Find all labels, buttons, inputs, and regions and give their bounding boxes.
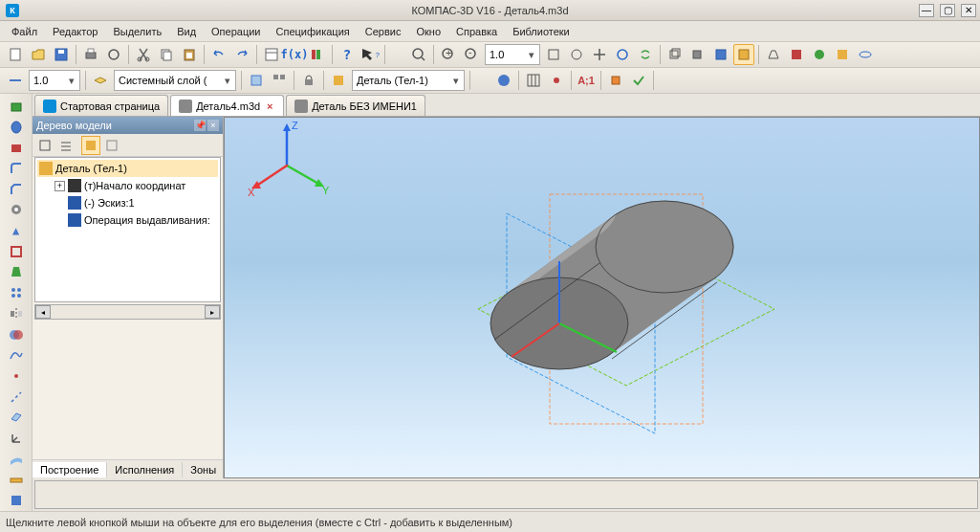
apply-button[interactable]: [628, 70, 649, 91]
fillet-button[interactable]: [5, 159, 28, 178]
boolean-button[interactable]: [5, 325, 28, 344]
minimize-button[interactable]: —: [919, 4, 934, 17]
save-button[interactable]: [51, 44, 72, 65]
shell-button[interactable]: [5, 242, 28, 261]
zoom-out-button[interactable]: -: [461, 44, 482, 65]
snap-button[interactable]: [546, 70, 567, 91]
point-button[interactable]: [5, 366, 28, 386]
tree-node-origin[interactable]: + (т)Начало координат: [37, 177, 218, 194]
tab-detail4[interactable]: Деталь4.m3d ×: [170, 95, 284, 116]
hole-button[interactable]: [5, 201, 28, 220]
cut-button[interactable]: [133, 44, 154, 65]
redo-button[interactable]: [231, 44, 252, 65]
menu-view[interactable]: Вид: [169, 24, 204, 39]
surface-button[interactable]: [5, 450, 28, 469]
render-hidden-button[interactable]: [687, 44, 708, 65]
plane-button[interactable]: [5, 409, 28, 428]
pan-button[interactable]: [589, 44, 610, 65]
menu-window[interactable]: Окно: [408, 24, 448, 39]
part-input[interactable]: [355, 72, 450, 89]
lcs-button[interactable]: [5, 429, 28, 448]
view-button[interactable]: [246, 70, 267, 91]
zoom-prev-button[interactable]: [566, 44, 587, 65]
pin-icon[interactable]: 📌: [194, 120, 206, 131]
menu-operations[interactable]: Операции: [204, 24, 268, 39]
render-shaded-edges-button[interactable]: [733, 44, 754, 65]
library-button[interactable]: [307, 44, 328, 65]
tree-close-icon[interactable]: ×: [207, 120, 219, 131]
sketch-button[interactable]: [605, 70, 626, 91]
axis-button[interactable]: [5, 388, 28, 407]
render-wireframe-button[interactable]: [664, 44, 686, 65]
tab-unnamed[interactable]: Деталь БЕЗ ИМЕНИ1: [286, 95, 425, 116]
menu-edit[interactable]: Редактор: [45, 24, 105, 39]
chevron-down-icon[interactable]: ▾: [222, 75, 233, 87]
layer-dropdown[interactable]: ▾: [114, 70, 236, 91]
tree-tab-zones[interactable]: Зоны: [183, 462, 225, 477]
copy-button[interactable]: [156, 44, 177, 65]
expand-icon[interactable]: +: [54, 181, 65, 191]
tree-root[interactable]: Деталь (Тел-1): [37, 160, 218, 177]
scroll-right-icon[interactable]: ▸: [205, 305, 220, 319]
cut-extrude-button[interactable]: [5, 138, 28, 157]
tree-node-extrude[interactable]: Операция выдавливания:: [37, 211, 218, 229]
menu-help[interactable]: Справка: [448, 24, 505, 39]
tree-tab-exec[interactable]: Исполнения: [107, 462, 183, 477]
draft-button[interactable]: [5, 263, 28, 282]
grid-snap-button[interactable]: [523, 70, 544, 91]
tab-close-icon[interactable]: ×: [264, 100, 275, 112]
chevron-down-icon[interactable]: ▾: [450, 75, 462, 87]
paste-button[interactable]: [179, 44, 200, 65]
perspective-button[interactable]: [763, 44, 784, 65]
linestyle-button[interactable]: [5, 70, 26, 91]
tree-tab-build[interactable]: Построение: [33, 462, 107, 477]
print-preview-button[interactable]: [103, 44, 124, 65]
print-button[interactable]: [80, 44, 101, 65]
maximize-button[interactable]: ▢: [940, 4, 955, 17]
undo-button[interactable]: [208, 44, 229, 65]
lock-button[interactable]: [298, 70, 319, 91]
layer-input[interactable]: [117, 72, 222, 89]
section-button[interactable]: [786, 44, 807, 65]
color-button[interactable]: [832, 44, 853, 65]
rotate-button[interactable]: [612, 44, 633, 65]
part-dropdown[interactable]: ▾: [352, 70, 465, 91]
line-scale-input[interactable]: [32, 72, 66, 89]
zoom-input[interactable]: [488, 46, 526, 63]
zoom-in-button[interactable]: +: [438, 44, 459, 65]
tree-mode-button[interactable]: [81, 136, 100, 155]
scroll-left-icon[interactable]: ◂: [35, 305, 51, 319]
new-button[interactable]: [5, 44, 26, 65]
chevron-down-icon[interactable]: ▾: [66, 75, 77, 87]
menu-select[interactable]: Выделить: [105, 24, 169, 39]
chevron-down-icon[interactable]: ▾: [526, 49, 537, 61]
zoom-window-button[interactable]: [543, 44, 564, 65]
orbit-button[interactable]: [855, 44, 876, 65]
menu-service[interactable]: Сервис: [358, 24, 409, 39]
part-icon[interactable]: [328, 70, 349, 91]
menu-file[interactable]: Файл: [4, 24, 45, 39]
material-button[interactable]: [493, 70, 514, 91]
viewport-3d[interactable]: Z Y X: [224, 117, 980, 478]
menu-specification[interactable]: Спецификация: [269, 24, 358, 39]
tree-hscroll[interactable]: ◂ ▸: [34, 304, 221, 320]
array-button[interactable]: [5, 283, 28, 302]
spline-button[interactable]: [5, 345, 28, 365]
simplify-button[interactable]: [809, 44, 830, 65]
help-button[interactable]: ?: [337, 44, 358, 65]
eval-button[interactable]: [5, 491, 28, 510]
render-shaded-button[interactable]: [710, 44, 731, 65]
measure-button[interactable]: [5, 471, 28, 490]
revolve-button[interactable]: [5, 118, 28, 137]
tree-filter-button[interactable]: [102, 136, 121, 155]
extrude-button[interactable]: [5, 97, 28, 116]
close-button[interactable]: ✕: [961, 4, 976, 17]
chamfer-button[interactable]: [5, 180, 28, 199]
zoom-fit-button[interactable]: [408, 44, 429, 65]
menu-libraries[interactable]: Библиотеки: [505, 24, 577, 39]
mirror-button[interactable]: [5, 304, 28, 323]
properties-button[interactable]: [261, 44, 282, 65]
zoom-dropdown[interactable]: ▾: [485, 44, 540, 65]
tab-start-page[interactable]: Стартовая страница: [34, 95, 168, 116]
tree-expand-button[interactable]: [35, 136, 54, 155]
